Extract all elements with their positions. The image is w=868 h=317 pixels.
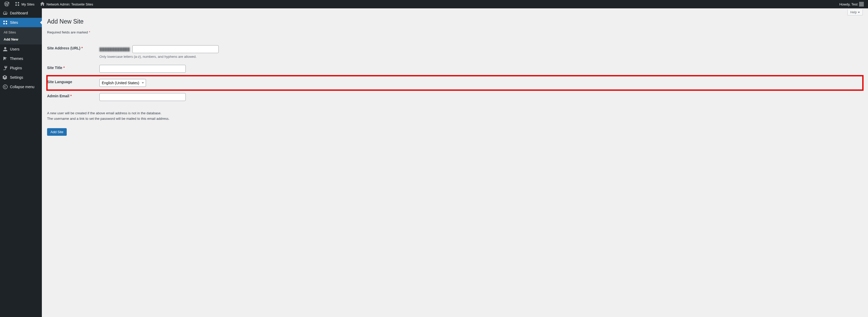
site-address-input[interactable] (132, 45, 219, 53)
settings-icon (3, 75, 8, 80)
email-note: A new user will be created if the above … (47, 110, 863, 122)
main-content: Help Add New Site Required fields are ma… (42, 8, 868, 317)
sidebar-item-sites[interactable]: Sites (0, 18, 42, 27)
sidebar-item-add-new[interactable]: Add New (0, 36, 42, 43)
svg-point-0 (3, 85, 7, 89)
label-site-language: Site Language (47, 76, 99, 90)
admin-sidebar: Dashboard Sites All Sites Add New Users … (0, 8, 42, 317)
page-title: Add New Site (47, 18, 863, 25)
home-icon (40, 1, 45, 7)
wordpress-icon (4, 1, 9, 7)
add-site-button[interactable]: Add Site (47, 128, 67, 136)
row-site-language: Site Language English (United States) (47, 76, 863, 90)
sidebar-sites-submenu: All Sites Add New (0, 27, 42, 44)
collapse-icon (3, 84, 8, 90)
wordpress-logo[interactable] (2, 0, 11, 8)
sidebar-item-themes[interactable]: Themes (0, 54, 42, 63)
collapse-label: Collapse menu (10, 85, 34, 89)
required-asterisk: * (89, 30, 90, 34)
my-sites-link[interactable]: My Sites (12, 0, 37, 8)
form-table: Site Address (URL) * ████████████ Only l… (47, 42, 863, 104)
site-title-input[interactable] (99, 65, 186, 73)
admin-email-input[interactable] (99, 93, 186, 101)
dashboard-icon (3, 10, 8, 16)
sites-icon (3, 20, 8, 25)
site-address-description: Only lowercase letters (a-z), numbers, a… (99, 55, 860, 59)
sidebar-label-settings: Settings (10, 75, 23, 80)
help-label: Help (850, 10, 857, 14)
sidebar-item-users[interactable]: Users (0, 44, 42, 54)
network-admin-label: Network Admin: Testseite Sites (46, 2, 93, 6)
network-admin-link[interactable]: Network Admin: Testseite Sites (38, 0, 95, 8)
sidebar-item-all-sites[interactable]: All Sites (0, 29, 42, 36)
sidebar-label-plugins: Plugins (10, 66, 22, 70)
required-note: Required fields are marked * (47, 30, 863, 34)
howdy-text: Howdy, Test (839, 2, 858, 6)
sidebar-item-dashboard[interactable]: Dashboard (0, 8, 42, 18)
avatar (859, 2, 864, 6)
sidebar-label-users: Users (10, 47, 20, 51)
site-address-prefix: ████████████ (99, 47, 130, 51)
plugins-icon (3, 65, 8, 71)
help-toggle[interactable]: Help (847, 9, 863, 15)
my-sites-label: My Sites (22, 2, 34, 6)
sidebar-label-themes: Themes (10, 57, 23, 61)
sidebar-label-sites: Sites (10, 21, 18, 25)
themes-icon (3, 56, 8, 61)
label-admin-email: Admin Email * (47, 90, 99, 104)
sidebar-label-dashboard: Dashboard (10, 11, 28, 15)
chevron-down-icon (858, 12, 860, 13)
users-icon (3, 46, 8, 52)
row-site-title: Site Title * (47, 62, 863, 76)
sidebar-item-plugins[interactable]: Plugins (0, 63, 42, 73)
label-site-title: Site Title * (47, 62, 99, 76)
site-language-select[interactable]: English (United States) (99, 79, 146, 87)
sidebar-item-settings[interactable]: Settings (0, 73, 42, 82)
collapse-menu[interactable]: Collapse menu (0, 82, 42, 92)
row-admin-email: Admin Email * (47, 90, 863, 104)
sites-icon (14, 1, 20, 7)
account-link[interactable]: Howdy, Test (837, 0, 866, 8)
label-site-address: Site Address (URL) * (47, 42, 99, 62)
row-site-address: Site Address (URL) * ████████████ Only l… (47, 42, 863, 62)
admin-bar: My Sites Network Admin: Testseite Sites … (0, 0, 868, 8)
